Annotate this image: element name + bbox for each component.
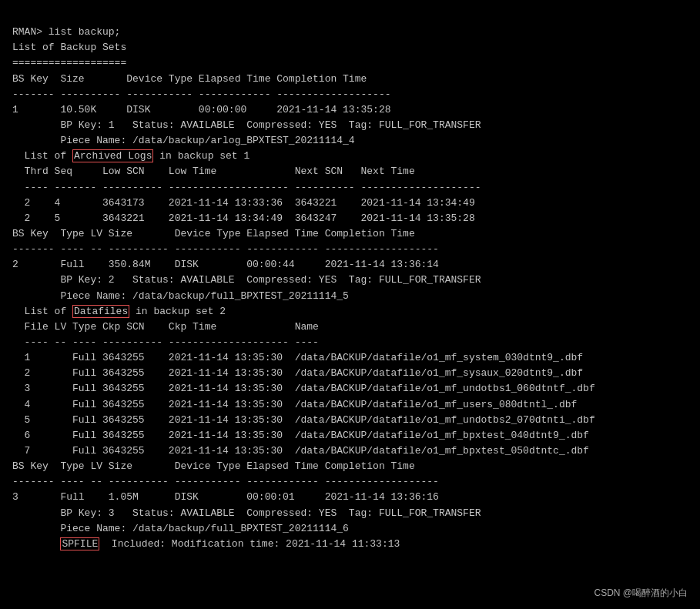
terminal-line: BP Key: 1 Status: AVAILABLE Compressed: …	[12, 118, 688, 133]
terminal-line: 3 Full 1.05M DISK 00:00:01 2021-11-14 13…	[12, 490, 688, 505]
terminal-line: BP Key: 2 Status: AVAILABLE Compressed: …	[12, 273, 688, 288]
terminal-line: ------- ---------- ----------- ---------…	[12, 87, 688, 102]
terminal-line: ------- ---- -- ---------- ----------- -…	[12, 242, 688, 257]
terminal-line: SPFILE Included: Modification time: 2021…	[12, 537, 688, 552]
terminal-line: BS Key Size Device Type Elapsed Time Com…	[12, 72, 688, 87]
highlighted-term: Archived Logs	[72, 149, 153, 162]
highlighted-term: SPFILE	[60, 537, 99, 550]
terminal-line: 7 Full 3643255 2021-11-14 13:35:30 /data…	[12, 443, 688, 459]
terminal-line: ------- ---- -- ---------- ----------- -…	[12, 474, 688, 490]
highlighted-term: Datafiles	[72, 305, 129, 318]
terminal-line: 3 Full 3643255 2021-11-14 13:35:30 /data…	[12, 381, 688, 397]
terminal-line: 2 5 3643221 2021-11-14 13:34:49 3643247 …	[12, 211, 688, 226]
terminal-line: 1 10.50K DISK 00:00:00 2021-11-14 13:35:…	[12, 102, 688, 118]
terminal-line: 2 Full 3643255 2021-11-14 13:35:30 /data…	[12, 366, 688, 381]
terminal-line: 2 4 3643173 2021-11-14 13:33:36 3643221 …	[12, 196, 688, 211]
terminal-line: List of Backup Sets	[12, 40, 688, 55]
terminal-line: File LV Type Ckp SCN Ckp Time Name	[12, 320, 688, 335]
terminal-line: List of Archived Logs in backup set 1	[12, 149, 688, 164]
terminal-line: ---- -- ---- ---------- ----------------…	[12, 335, 688, 350]
terminal-line: Thrd Seq Low SCN Low Time Next SCN Next …	[12, 164, 688, 179]
terminal-line: BS Key Type LV Size Device Type Elapsed …	[12, 459, 688, 474]
terminal-line: 1 Full 3643255 2021-11-14 13:35:30 /data…	[12, 350, 688, 366]
terminal-line: ---- ------- ---------- ----------------…	[12, 180, 688, 196]
terminal-line: ===================	[12, 55, 688, 71]
watermark: CSDN @喝醉酒的小白	[594, 587, 688, 600]
terminal-output: RMAN> list backup;List of Backup Sets===…	[12, 9, 688, 552]
terminal-line: RMAN> list backup;	[12, 25, 688, 40]
terminal-line: Piece Name: /data/backup/full_BPXTEST_20…	[12, 289, 688, 304]
terminal-line: List of Datafiles in backup set 2	[12, 304, 688, 320]
terminal-line: 6 Full 3643255 2021-11-14 13:35:30 /data…	[12, 428, 688, 443]
terminal-line: BS Key Type LV Size Device Type Elapsed …	[12, 226, 688, 242]
terminal-line: BP Key: 3 Status: AVAILABLE Compressed: …	[12, 506, 688, 521]
terminal-line: Piece Name: /data/backup/arlog_BPXTEST_2…	[12, 133, 688, 149]
terminal-line: Piece Name: /data/backup/full_BPXTEST_20…	[12, 521, 688, 537]
terminal-line: 2 Full 350.84M DISK 00:00:44 2021-11-14 …	[12, 257, 688, 273]
terminal-line: 5 Full 3643255 2021-11-14 13:35:30 /data…	[12, 413, 688, 428]
terminal-line: 4 Full 3643255 2021-11-14 13:35:30 /data…	[12, 397, 688, 413]
